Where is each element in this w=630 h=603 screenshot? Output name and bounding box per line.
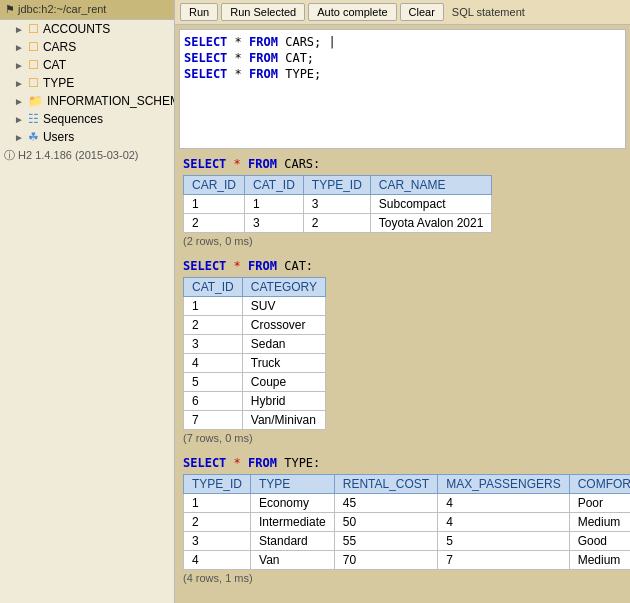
sidebar-item-type[interactable]: ► ☐ TYPE	[0, 74, 174, 92]
cars-header-row: CAR_ID CAT_ID TYPE_ID CAR_NAME	[184, 176, 492, 195]
editor-line-3: SELECT * FROM TYPE;	[184, 66, 621, 82]
users-icon: ☘	[28, 130, 39, 144]
table-row: 2Crossover	[184, 316, 326, 335]
table-row: 7Van/Minivan	[184, 411, 326, 430]
result-cars: SELECT * FROM CARS: CAR_ID CAT_ID TYPE_I…	[183, 157, 622, 247]
col-rental-cost: RENTAL_COST	[334, 475, 437, 494]
col-car-name: CAR_NAME	[370, 176, 492, 195]
sidebar-item-information-schema[interactable]: ► 📁 INFORMATION_SCHEMA	[0, 92, 174, 110]
expand-icon: ►	[14, 114, 24, 125]
table-row: 1Economy454Poor	[184, 494, 631, 513]
table-icon: ☐	[28, 58, 39, 72]
clear-button[interactable]: Clear	[400, 3, 444, 21]
sidebar: ⚑ jdbc:h2:~/car_rent ► ☐ ACCOUNTS ► ☐ CA…	[0, 0, 175, 603]
auto-complete-button[interactable]: Auto complete	[308, 3, 396, 21]
table-icon: ☐	[28, 40, 39, 54]
table-row: 3Standard555Good	[184, 532, 631, 551]
sidebar-item-accounts[interactable]: ► ☐ ACCOUNTS	[0, 20, 174, 38]
expand-icon: ►	[14, 78, 24, 89]
sequences-icon: ☷	[28, 112, 39, 126]
cars-table: CAR_ID CAT_ID TYPE_ID CAR_NAME 113Subcom…	[183, 175, 492, 233]
h2-version: ⓘ H2 1.4.186 (2015-03-02)	[0, 146, 174, 165]
result-cars-sql: SELECT * FROM CARS:	[183, 157, 622, 171]
table-row: 1SUV	[184, 297, 326, 316]
col-max-passengers: MAX_PASSENGERS	[438, 475, 569, 494]
result-cat: SELECT * FROM CAT: CAT_ID CATEGORY 1SUV2…	[183, 259, 622, 444]
col-car-id: CAR_ID	[184, 176, 245, 195]
col-type-id: TYPE_ID	[184, 475, 251, 494]
result-type-sql: SELECT * FROM TYPE:	[183, 456, 622, 470]
sql-statement-label: SQL statement	[452, 6, 525, 18]
table-row: 2Intermediate504Medium	[184, 513, 631, 532]
sql-editor[interactable]: SELECT * FROM CARS; SELECT * FROM CAT; S…	[179, 29, 626, 149]
results-panel: SELECT * FROM CARS: CAR_ID CAT_ID TYPE_I…	[175, 153, 630, 603]
table-row: 4Van707Medium	[184, 551, 631, 570]
connection-icon: ⚑	[5, 3, 15, 15]
col-comfort-level: COMFORT_LEVEL	[569, 475, 630, 494]
result-cat-sql: SELECT * FROM CAT:	[183, 259, 622, 273]
folder-icon: 📁	[28, 94, 43, 108]
table-row: 232Toyota Avalon 2021	[184, 214, 492, 233]
table-icon: ☐	[28, 76, 39, 90]
expand-icon: ►	[14, 96, 24, 107]
table-row: 113Subcompact	[184, 195, 492, 214]
col-cat-id: CAT_ID	[245, 176, 304, 195]
type-header-row: TYPE_ID TYPE RENTAL_COST MAX_PASSENGERS …	[184, 475, 631, 494]
sidebar-item-users[interactable]: ► ☘ Users	[0, 128, 174, 146]
expand-icon: ►	[14, 24, 24, 35]
expand-icon: ►	[14, 60, 24, 71]
sidebar-item-sequences[interactable]: ► ☷ Sequences	[0, 110, 174, 128]
table-row: 3Sedan	[184, 335, 326, 354]
editor-line-1: SELECT * FROM CARS;	[184, 34, 621, 50]
table-row: 5Coupe	[184, 373, 326, 392]
cars-row-count: (2 rows, 0 ms)	[183, 235, 622, 247]
table-icon: ☐	[28, 22, 39, 36]
type-row-count: (4 rows, 1 ms)	[183, 572, 622, 584]
col-category: CATEGORY	[242, 278, 325, 297]
col-cat-id: CAT_ID	[184, 278, 243, 297]
cat-row-count: (7 rows, 0 ms)	[183, 432, 622, 444]
run-button[interactable]: Run	[180, 3, 218, 21]
table-row: 6Hybrid	[184, 392, 326, 411]
type-table: TYPE_ID TYPE RENTAL_COST MAX_PASSENGERS …	[183, 474, 630, 570]
connection-label: ⚑ jdbc:h2:~/car_rent	[0, 0, 174, 20]
toolbar: Run Run Selected Auto complete Clear SQL…	[175, 0, 630, 25]
col-type-id: TYPE_ID	[303, 176, 370, 195]
cat-header-row: CAT_ID CATEGORY	[184, 278, 326, 297]
sidebar-item-cars[interactable]: ► ☐ CARS	[0, 38, 174, 56]
editor-line-2: SELECT * FROM CAT;	[184, 50, 621, 66]
sidebar-item-cat[interactable]: ► ☐ CAT	[0, 56, 174, 74]
main-panel: Run Run Selected Auto complete Clear SQL…	[175, 0, 630, 603]
cat-table: CAT_ID CATEGORY 1SUV2Crossover3Sedan4Tru…	[183, 277, 326, 430]
expand-icon: ►	[14, 42, 24, 53]
result-type: SELECT * FROM TYPE: TYPE_ID TYPE RENTAL_…	[183, 456, 622, 584]
table-row: 4Truck	[184, 354, 326, 373]
expand-icon: ►	[14, 132, 24, 143]
col-type: TYPE	[251, 475, 335, 494]
run-selected-button[interactable]: Run Selected	[221, 3, 305, 21]
